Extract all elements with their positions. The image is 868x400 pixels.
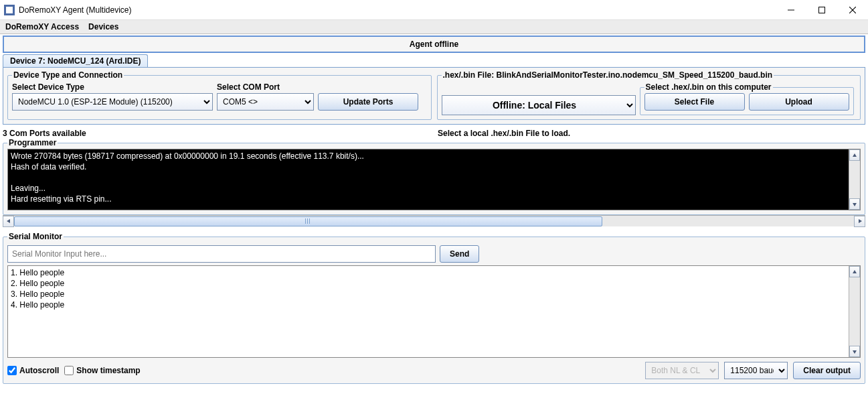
autoscroll-checkbox[interactable]: Autoscroll bbox=[7, 366, 59, 375]
status-row: 3 Com Ports available Select a local .he… bbox=[3, 129, 865, 138]
select-hex-group: Select .hex/.bin on this computer Select… bbox=[640, 82, 854, 115]
upload-button[interactable]: Upload bbox=[749, 93, 849, 111]
autoscroll-input[interactable] bbox=[7, 366, 17, 375]
select-file-button[interactable]: Select File bbox=[644, 93, 745, 111]
menu-access[interactable]: DoRemoXY Access bbox=[5, 22, 79, 31]
line-ending-select: Both NL & CL bbox=[645, 362, 719, 379]
menu-devices[interactable]: Devices bbox=[88, 22, 118, 31]
serial-monitor-group: Serial Monitor Send 1. Hello people 2. H… bbox=[3, 232, 865, 384]
scroll-up-icon[interactable] bbox=[849, 149, 860, 161]
baud-select[interactable]: 115200 baud bbox=[724, 362, 788, 379]
devconn-legend: Device Type and Connection bbox=[12, 70, 124, 80]
titlebar: DoRemoXY Agent (Multidevice) bbox=[0, 0, 868, 20]
svg-marker-6 bbox=[853, 153, 857, 157]
svg-rect-1 bbox=[6, 7, 13, 13]
serial-input[interactable] bbox=[7, 245, 436, 263]
device-tab[interactable]: Device 7: NodeMCU_124 (Ard.IDE) bbox=[3, 54, 148, 67]
app-icon bbox=[4, 5, 15, 15]
comport-select[interactable]: COM5 <> bbox=[217, 93, 314, 111]
source-select[interactable]: Offline: Local Files bbox=[442, 95, 636, 115]
tab-body: Device Type and Connection Select Device… bbox=[3, 67, 865, 125]
window-title: DoRemoXY Agent (Multidevice) bbox=[19, 5, 776, 15]
svg-rect-3 bbox=[819, 7, 825, 13]
scroll-up-icon[interactable] bbox=[849, 266, 860, 277]
devtype-label: Select Device Type bbox=[12, 82, 213, 92]
svg-marker-9 bbox=[859, 219, 862, 223]
clear-output-button[interactable]: Clear output bbox=[793, 362, 861, 379]
comport-label: Select COM Port bbox=[217, 82, 314, 92]
programmer-console: Wrote 270784 bytes (198717 compressed) a… bbox=[8, 149, 860, 210]
device-connection-group: Device Type and Connection Select Device… bbox=[7, 70, 432, 120]
hex-legend: .hex/.bin File: BlinkAndSerialMonitorTes… bbox=[442, 70, 774, 80]
com-ports-status: 3 Com Ports available bbox=[3, 129, 438, 138]
menubar: DoRemoXY Access Devices bbox=[0, 20, 868, 34]
agent-status-banner: Agent offline bbox=[3, 36, 865, 53]
serial-vscrollbar[interactable] bbox=[849, 266, 860, 357]
minimize-button[interactable] bbox=[776, 0, 806, 20]
file-select-hint: Select a local .hex/.bin File to load. bbox=[438, 129, 865, 138]
devtype-select[interactable]: NodeMCU 1.0 (ESP-12E Module) (115200) bbox=[12, 93, 213, 111]
show-timestamp-checkbox[interactable]: Show timestamp bbox=[64, 366, 140, 375]
scroll-down-icon[interactable] bbox=[849, 198, 860, 210]
serial-output: 1. Hello people 2. Hello people 3. Hello… bbox=[8, 266, 860, 357]
scroll-down-icon[interactable] bbox=[849, 346, 860, 357]
tabstrip: Device 7: NodeMCU_124 (Ard.IDE) bbox=[3, 54, 865, 67]
hscroll-thumb[interactable] bbox=[14, 216, 602, 226]
svg-marker-7 bbox=[853, 203, 857, 206]
svg-marker-8 bbox=[7, 219, 10, 223]
programmer-hscrollbar[interactable] bbox=[3, 215, 865, 226]
send-button[interactable]: Send bbox=[440, 245, 479, 263]
update-ports-button[interactable]: Update Ports bbox=[318, 93, 418, 111]
showts-input[interactable] bbox=[64, 366, 74, 375]
programmer-vscrollbar[interactable] bbox=[849, 149, 860, 210]
scroll-right-icon[interactable] bbox=[854, 216, 865, 227]
programmer-legend: Programmer bbox=[7, 138, 58, 147]
svg-marker-11 bbox=[853, 350, 857, 354]
hex-file-group: .hex/.bin File: BlinkAndSerialMonitorTes… bbox=[437, 70, 861, 120]
svg-marker-10 bbox=[853, 270, 857, 273]
close-button[interactable] bbox=[837, 0, 868, 20]
scroll-left-icon[interactable] bbox=[3, 216, 14, 227]
maximize-button[interactable] bbox=[806, 0, 837, 20]
selecthex-legend: Select .hex/.bin on this computer bbox=[644, 82, 773, 92]
serial-legend: Serial Monitor bbox=[7, 232, 64, 241]
programmer-group: Programmer Wrote 270784 bytes (198717 co… bbox=[3, 138, 865, 215]
